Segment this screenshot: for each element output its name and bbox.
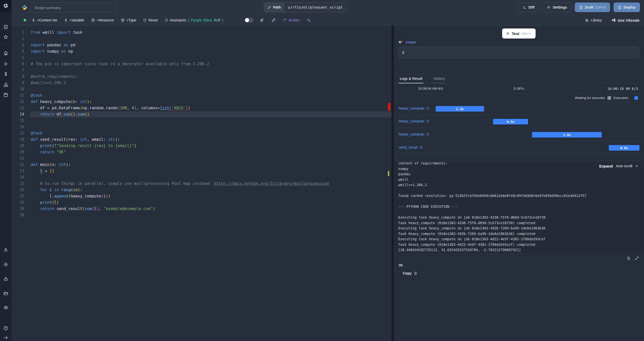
multiplayer-users-icon[interactable] [260,18,264,23]
use-vscode-button[interactable]: Use VScode [611,18,639,22]
overview-ruler-error-marker [388,103,390,111]
resources-cubes-icon[interactable] [0,81,12,88]
execution-bar[interactable]: 1.3s [436,106,484,112]
add-context-var-button[interactable]: +Context Var [32,18,57,22]
task-link[interactable]: send_result [399,145,423,149]
library-button[interactable]: Library [585,18,602,22]
code-line[interactable]: #extra_requirements: [30,74,391,80]
test-button[interactable]: Test Ctrl+↵ [502,28,536,39]
execution-bar[interactable]: 0.8s [609,145,639,151]
task-link[interactable]: heavy_compute [399,132,430,136]
script-summary-input[interactable] [31,3,116,13]
copy-result-icon[interactable] [626,256,631,260]
deploy-button[interactable]: Deploy [614,3,640,12]
timeline-row: heavy_compute0.9s [394,115,644,128]
code-line[interactable] [30,155,391,162]
execution-bar[interactable]: 0.9s [493,119,528,124]
editor-code[interactable]: from wmill import task import pandas as … [30,29,391,218]
code-line[interactable] [30,36,391,42]
assistants-button[interactable]: Assistants ( Pyright Black Ruff ) [165,18,223,22]
workspace-icon[interactable] [0,23,12,31]
code-editor[interactable]: 1234567891011121314151617181920212223242… [12,25,391,341]
audit-eye-icon[interactable] [0,304,12,311]
lsp-status-dot [24,19,26,21]
code-line[interactable]: l = [] [30,168,391,174]
runs-play-icon[interactable] [0,60,12,67]
log-output[interactable]: content of requirements:numpypandaswmill… [395,161,643,254]
collapse-arrow-icon[interactable] [0,334,12,341]
ai-gen-button[interactable]: AI Gen [283,18,300,22]
gear-icon [547,5,551,9]
code-line[interactable] [30,67,391,74]
task-link[interactable]: heavy_compute [399,106,430,110]
code-line[interactable]: def send_result(res: int, email: str): [30,137,391,143]
schedules-calendar-icon[interactable] [0,91,12,99]
code-line[interactable]: return "OK" [30,149,391,155]
user-icon[interactable] [0,246,12,254]
panel-resize-divider[interactable] [391,25,394,341]
code-line[interactable]: @task [30,92,391,99]
reset-button[interactable]: Reset [143,18,158,22]
code-line[interactable]: def heavy_compute(n: int): [30,99,391,105]
diff-button[interactable]: Diff [518,3,539,12]
format-brush-icon[interactable] [271,18,276,22]
code-line[interactable]: # to run things in parallel, simply use … [30,181,391,187]
assistants-black: Black [204,18,212,22]
draft-button[interactable]: Draft Ctrl+S [575,3,610,12]
variables-dollar-icon[interactable] [0,70,12,78]
ai-gen-label: AI Gen [289,18,300,22]
folders-icon[interactable] [0,290,12,297]
code-line[interactable]: print(f"Sending result {res} to {email}"… [30,143,391,149]
vim-mode-toggle[interactable] [245,18,254,23]
code-line[interactable]: df = pd.DataFrame(np.random.randn(100, 4… [30,105,391,111]
help-icon[interactable] [0,324,12,332]
code-line[interactable]: # The pin is important since task is a d… [30,61,391,67]
code-line[interactable]: from wmill import task [30,29,391,36]
code-line[interactable]: import pandas as pd [30,42,391,48]
home-icon[interactable] [0,49,12,57]
code-line[interactable] [30,86,391,92]
code-line[interactable]: import numpy as np [30,48,391,55]
code-line[interactable] [30,55,391,61]
code-line[interactable]: #wmill>=1.286.2 [30,80,391,86]
header: Path u/rfiszel/pleasant_script Diff Sett… [12,0,644,25]
run-end-time: 10:06:10 AM 6/3 [607,87,638,91]
code-line[interactable] [30,124,391,130]
favorites-star-icon[interactable] [0,33,12,41]
code-line[interactable] [30,118,391,124]
tab-history[interactable]: History [432,74,446,83]
execution-bar[interactable]: 1.9s [532,132,602,138]
code-line[interactable]: def main(n: int): [30,162,391,168]
code-line[interactable] [30,174,391,181]
code-line[interactable]: l.append(heavy_compute(i)) [30,193,391,199]
log-autoscroll-toggle[interactable]: Auto scroll [616,164,632,168]
path-button[interactable]: Path u/rfiszel/pleasant_script [264,2,347,12]
add-variable-button[interactable]: +Variable [64,18,84,22]
code-line[interactable]: return df.sum().sum() [30,111,391,118]
play-icon [506,32,510,35]
windmill-logo[interactable] [0,0,12,12]
code-line[interactable]: @task [30,130,391,137]
tab-logs-result[interactable]: Logs & Result [399,74,423,83]
code-line[interactable] [30,212,391,218]
task-link[interactable]: heavy_compute [399,119,430,123]
arg-n-input[interactable] [398,47,639,58]
code-line[interactable]: print(l) [30,199,391,206]
workers-robot-icon[interactable] [0,275,12,283]
expand-result-icon[interactable] [635,256,639,260]
sparkles-icon[interactable] [306,18,311,22]
add-resource-button[interactable]: +Resource [91,18,114,22]
assistants-ruff: Ruff [214,18,220,22]
run-duration: 5.397s [394,87,644,90]
code-line[interactable]: for i in range(n): [30,187,391,193]
settings-button[interactable]: Settings [542,3,571,12]
settings-gear-icon[interactable] [0,261,12,268]
add-variable-label: +Variable [69,18,84,22]
reset-label: Reset [148,18,158,22]
assistants-label: Assistants [170,18,186,22]
add-type-button[interactable]: +Type [121,18,136,22]
copy-result-button[interactable]: Copy [403,271,417,275]
code-line[interactable]: return send_result(sum(l), "example@exam… [30,206,391,212]
dollar-icon [64,18,68,22]
log-expand-button[interactable]: Expand [599,164,613,168]
